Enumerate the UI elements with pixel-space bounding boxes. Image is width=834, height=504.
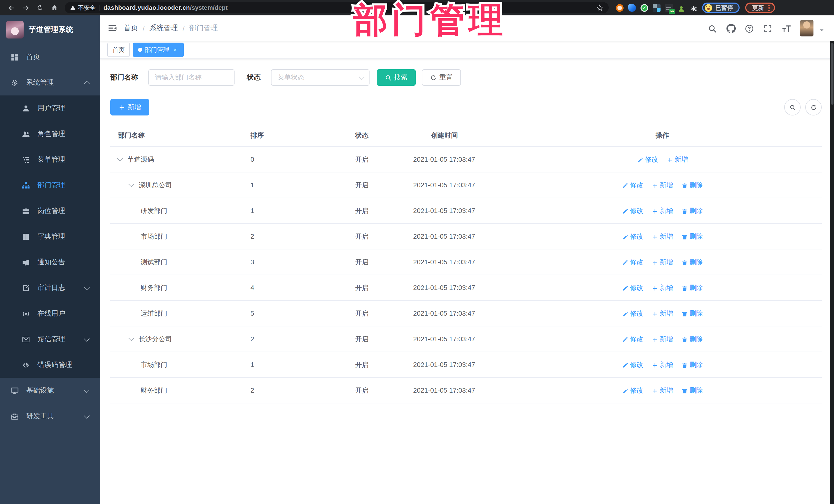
toggle-search-button[interactable]: [784, 99, 800, 115]
sidebar-item-label: 系统管理: [26, 78, 54, 87]
search-button[interactable]: 搜索: [377, 69, 416, 86]
edit-link[interactable]: 修改: [622, 257, 643, 267]
dept-name-input[interactable]: 请输入部门名称: [148, 69, 235, 86]
edit-link[interactable]: 修改: [637, 155, 658, 164]
plus-icon: [652, 207, 658, 215]
sidebar-item-megaphone[interactable]: 通知公告: [0, 249, 100, 275]
refresh-table-button[interactable]: [805, 99, 822, 115]
not-secure-warning[interactable]: 不安全: [70, 4, 96, 12]
address-bar[interactable]: 不安全 dashboard.yudao.iocoder.cn/system/de…: [65, 2, 609, 13]
fullscreen-icon[interactable]: [763, 24, 772, 33]
delete-link[interactable]: 删除: [681, 309, 703, 318]
edit-link[interactable]: 修改: [622, 180, 643, 190]
sidebar-item-edit[interactable]: 审计日志: [0, 275, 100, 301]
sidebar-item-monitor[interactable]: 基础设施: [0, 378, 100, 403]
dept-name: 市场部门: [140, 232, 167, 241]
sidebar-item-dashboard[interactable]: 首页: [0, 44, 100, 70]
sidebar-item-toolbox[interactable]: 研发工具: [0, 403, 100, 429]
sort-cell: 2: [243, 387, 348, 394]
add-link[interactable]: 新增: [652, 283, 673, 292]
extension-icon-green-check[interactable]: ✓: [640, 4, 648, 12]
add-label: 新增: [660, 257, 673, 267]
avatar-caret-down-icon[interactable]: [819, 25, 825, 31]
expand-arrow-icon[interactable]: [117, 156, 123, 162]
add-link[interactable]: 新增: [652, 334, 673, 344]
delete-link[interactable]: 删除: [681, 360, 703, 369]
delete-link[interactable]: 删除: [681, 206, 703, 215]
sidebar-item-gear[interactable]: 系统管理: [0, 70, 100, 95]
table-row: 芋道源码0开启2021-01-05 17:03:47修改新增: [110, 147, 822, 172]
tab-active[interactable]: 部门管理×: [133, 43, 184, 57]
close-icon[interactable]: ×: [172, 46, 179, 53]
status-select[interactable]: 菜单状态: [271, 69, 370, 86]
sidebar-toggle-icon[interactable]: [107, 23, 117, 34]
browser-update-button[interactable]: 更新: [745, 3, 775, 13]
breadcrumb-item: 部门管理: [190, 24, 218, 33]
sidebar-item-menu[interactable]: 菜单管理: [0, 147, 100, 172]
edit-label: 修改: [630, 180, 643, 190]
back-icon[interactable]: [6, 3, 17, 13]
add-link[interactable]: 新增: [666, 155, 688, 164]
sidebar-item-code[interactable]: 错误码管理: [0, 352, 100, 378]
delete-link[interactable]: 删除: [681, 257, 703, 267]
actions-cell: 修改新增删除: [595, 309, 822, 318]
delete-link[interactable]: 删除: [681, 232, 703, 241]
sidebar-item-user[interactable]: 用户管理: [0, 95, 100, 121]
sidebar-item-users[interactable]: 角色管理: [0, 121, 100, 147]
header-search-icon[interactable]: [708, 24, 717, 33]
sidebar-item-message[interactable]: 短信管理: [0, 326, 100, 352]
app-logo[interactable]: 芋道管理系统: [0, 15, 100, 44]
sidebar-item-briefcase[interactable]: 岗位管理: [0, 198, 100, 224]
extension-icon-list[interactable]: on: [665, 4, 673, 12]
chevron-down-icon: [84, 336, 90, 342]
add-link[interactable]: 新增: [652, 309, 673, 318]
page-scrollbar[interactable]: [830, 41, 834, 504]
delete-link[interactable]: 删除: [681, 334, 703, 344]
add-link[interactable]: 新增: [652, 180, 673, 190]
reload-icon[interactable]: [35, 3, 45, 13]
actions-cell: 修改新增删除: [595, 386, 822, 395]
edit-link[interactable]: 修改: [622, 232, 643, 241]
github-icon[interactable]: [726, 24, 736, 33]
sidebar-item-online[interactable]: 在线用户: [0, 301, 100, 326]
edit-link[interactable]: 修改: [622, 360, 643, 369]
reset-button[interactable]: 重置: [422, 69, 461, 86]
add-button[interactable]: 新增: [110, 99, 149, 115]
extensions-puzzle-icon[interactable]: [690, 4, 698, 12]
edit-link[interactable]: 修改: [622, 386, 643, 395]
dept-name: 研发部门: [140, 206, 167, 215]
tampermonkey-paused-badge[interactable]: 已暂停: [702, 3, 739, 13]
breadcrumb-item[interactable]: 首页: [124, 24, 138, 33]
sidebar-item-book[interactable]: 字典管理: [0, 224, 100, 249]
edit-link[interactable]: 修改: [622, 206, 643, 215]
user-avatar[interactable]: [800, 20, 813, 37]
extension-icon-person[interactable]: [678, 4, 685, 12]
expand-arrow-icon[interactable]: [129, 181, 134, 187]
extension-icon-orange[interactable]: [616, 4, 623, 12]
forward-icon[interactable]: [21, 3, 31, 13]
expand-arrow-icon[interactable]: [129, 335, 134, 341]
dept-name: 运维部门: [140, 309, 167, 318]
add-link[interactable]: 新增: [652, 206, 673, 215]
sidebar-item-label: 在线用户: [38, 309, 65, 318]
sidebar-item-tree[interactable]: 部门管理: [0, 172, 100, 198]
bookmark-star-icon[interactable]: [596, 4, 603, 12]
add-link[interactable]: 新增: [652, 257, 673, 267]
extension-icon-grid[interactable]: [653, 4, 660, 12]
edit-link[interactable]: 修改: [622, 309, 643, 318]
font-size-icon[interactable]: [782, 24, 791, 33]
tab-item[interactable]: 首页: [107, 43, 130, 57]
add-link[interactable]: 新增: [652, 232, 673, 241]
edit-link[interactable]: 修改: [622, 334, 643, 344]
delete-link[interactable]: 删除: [681, 180, 703, 190]
add-link[interactable]: 新增: [652, 386, 673, 395]
home-icon[interactable]: [49, 3, 60, 13]
browser-menu-icon[interactable]: [768, 4, 770, 11]
edit-link[interactable]: 修改: [622, 283, 643, 292]
add-link[interactable]: 新增: [652, 360, 673, 369]
delete-link[interactable]: 删除: [681, 283, 703, 292]
breadcrumb-item[interactable]: 系统管理: [149, 24, 178, 33]
extension-icon-blue-gem[interactable]: [628, 4, 636, 12]
help-icon[interactable]: [745, 24, 754, 33]
delete-link[interactable]: 删除: [681, 386, 703, 395]
